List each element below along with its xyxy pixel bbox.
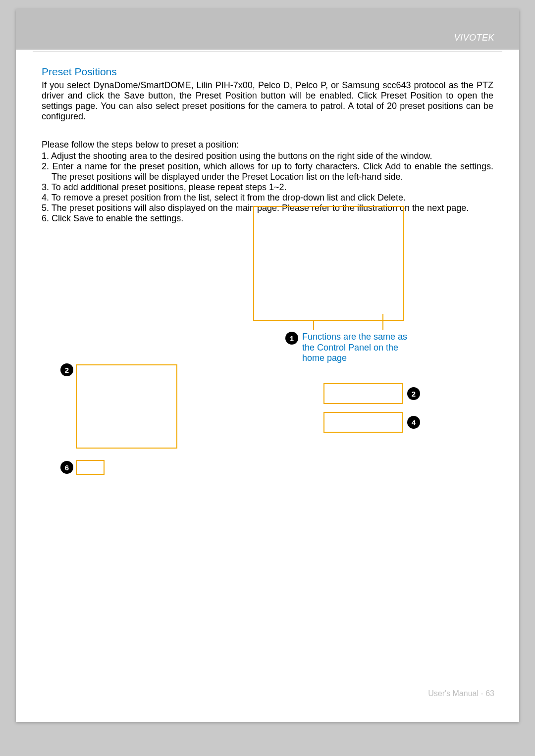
highlight-box-preview [253,206,404,321]
document-page: VIVOTEK Preset Positions If you select D… [16,9,519,722]
connector-line [313,321,314,330]
page-footer: User's Manual - 63 [428,689,494,698]
list-item: 4. To remove a preset position from the … [42,193,493,203]
brand-label: VIVOTEK [454,33,494,43]
page-header-bar: VIVOTEK [16,9,519,50]
connector-line [382,314,383,330]
callout-badge-4: 4 [407,416,420,429]
body-content: Preset Positions If you select DynaDome/… [16,52,519,224]
list-item: 3. To add additional preset positions, p… [42,182,493,193]
steps-intro: Please follow the steps below to preset … [42,140,493,150]
annotation-diagram: 1 Functions are the same as the Control … [42,206,493,667]
callout-text-1: Functions are the same as the Control Pa… [302,332,421,364]
callout-badge-6: 6 [60,461,73,474]
highlight-box-preset-list [76,364,177,449]
highlight-box-save [76,460,105,475]
section-title: Preset Positions [42,66,493,78]
callout-badge-1: 1 [285,332,298,345]
list-item: 2. Enter a name for the preset position,… [42,161,493,182]
highlight-box-name-add [323,383,403,404]
callout-badge-2-left: 2 [60,363,73,376]
intro-paragraph: If you select DynaDome/SmartDOME, Lilin … [42,80,493,122]
list-item: 1. Adjust the shooting area to the desir… [42,151,493,161]
highlight-box-select-delete [323,412,403,433]
callout-badge-2-right: 2 [407,387,420,400]
